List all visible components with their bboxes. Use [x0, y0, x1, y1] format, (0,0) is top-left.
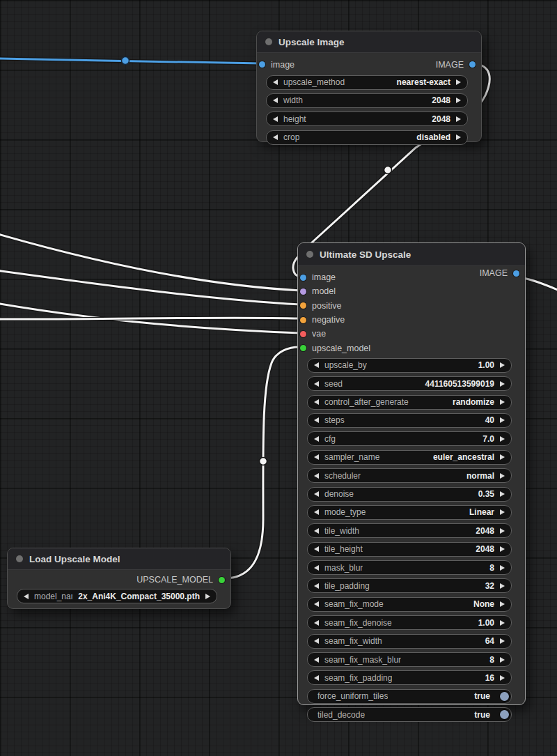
widget-steps[interactable]: steps 40	[307, 413, 512, 428]
widget-mask-blur[interactable]: mask_blur 8	[307, 560, 512, 575]
increment-arrow-icon[interactable]	[456, 116, 461, 122]
decrement-arrow-icon[interactable]	[314, 638, 319, 644]
increment-arrow-icon[interactable]	[500, 491, 505, 497]
widget-seam-fix-denoise[interactable]: seam_fix_denoise 1.00	[307, 615, 512, 630]
increment-arrow-icon[interactable]	[500, 675, 505, 681]
increment-arrow-icon[interactable]	[500, 583, 505, 589]
increment-arrow-icon[interactable]	[500, 601, 505, 607]
widget-tile-padding[interactable]: tile_padding 32	[307, 578, 512, 593]
decrement-arrow-icon[interactable]	[314, 362, 319, 368]
increment-arrow-icon[interactable]	[456, 98, 461, 103]
input-socket-upscale-model[interactable]	[300, 345, 306, 351]
node-title-bar[interactable]: Ultimate SD Upscale	[298, 243, 525, 266]
link-model[interactable]	[0, 233, 301, 291]
decrement-arrow-icon[interactable]	[314, 565, 319, 571]
increment-arrow-icon[interactable]	[500, 546, 505, 552]
decrement-arrow-icon[interactable]	[314, 491, 319, 497]
increment-arrow-icon[interactable]	[500, 454, 505, 460]
output-socket-image[interactable]	[469, 61, 476, 68]
input-socket-image[interactable]	[300, 275, 306, 281]
widget-upscale-method[interactable]: upscale_method nearest-exact	[266, 75, 468, 90]
increment-arrow-icon[interactable]	[500, 657, 505, 663]
widget-scheduler[interactable]: scheduler normal	[307, 468, 512, 483]
widget-tile-width[interactable]: tile_width 2048	[307, 523, 512, 538]
widget-seed[interactable]: seed 441160513599019	[307, 376, 512, 391]
increment-arrow-icon[interactable]	[500, 436, 505, 442]
input-socket-negative[interactable]	[300, 317, 306, 323]
widget-mode-type[interactable]: mode_type Linear	[307, 505, 512, 520]
output-socket-upscale-model[interactable]	[219, 577, 225, 583]
link-dot[interactable]	[260, 458, 267, 465]
decrement-arrow-icon[interactable]	[314, 620, 319, 626]
decrement-arrow-icon[interactable]	[314, 454, 319, 460]
node-ultimate-sd-upscale[interactable]: Ultimate SD Upscale IMAGE image model po…	[297, 242, 526, 705]
widget-model-name[interactable]: model_nam 2x_Ani4K_Compact_35000.pth	[17, 589, 217, 603]
widget-seam-fix-mask-blur[interactable]: seam_fix_mask_blur 8	[307, 652, 512, 667]
increment-arrow-icon[interactable]	[500, 565, 505, 571]
decrement-arrow-icon[interactable]	[314, 473, 319, 479]
increment-arrow-icon[interactable]	[500, 399, 505, 405]
input-socket-image[interactable]	[259, 61, 265, 68]
widget-value: disabled	[416, 132, 450, 142]
decrement-arrow-icon[interactable]	[273, 79, 278, 85]
toggle-dot-icon[interactable]	[500, 692, 509, 701]
node-title-bar[interactable]: Load Upscale Model	[8, 548, 230, 570]
increment-arrow-icon[interactable]	[205, 594, 210, 599]
decrement-arrow-icon[interactable]	[273, 98, 278, 103]
increment-arrow-icon[interactable]	[500, 620, 505, 626]
decrement-arrow-icon[interactable]	[314, 399, 319, 405]
widget-cfg[interactable]: cfg 7.0	[307, 431, 512, 446]
widget-crop[interactable]: crop disabled	[266, 130, 468, 145]
increment-arrow-icon[interactable]	[500, 638, 505, 644]
input-label: positive	[312, 301, 341, 311]
decrement-arrow-icon[interactable]	[314, 528, 319, 534]
decrement-arrow-icon[interactable]	[314, 601, 319, 607]
decrement-arrow-icon[interactable]	[273, 116, 278, 122]
increment-arrow-icon[interactable]	[500, 528, 505, 534]
widget-sampler-name[interactable]: sampler_name euler_ancestral	[307, 450, 512, 465]
decrement-arrow-icon[interactable]	[314, 583, 319, 589]
decrement-arrow-icon[interactable]	[314, 509, 319, 515]
link-dot[interactable]	[384, 167, 392, 174]
increment-arrow-icon[interactable]	[456, 79, 461, 85]
widget-force-uniform-tiles[interactable]: force_uniform_tiles true	[307, 689, 512, 704]
widget-seam-fix-width[interactable]: seam_fix_width 64	[307, 634, 512, 649]
input-socket-positive[interactable]	[300, 302, 306, 309]
node-load-upscale-model[interactable]: Load Upscale Model UPSCALE_MODEL model_n…	[7, 548, 231, 609]
decrement-arrow-icon[interactable]	[24, 594, 29, 599]
increment-arrow-icon[interactable]	[500, 417, 505, 423]
increment-arrow-icon[interactable]	[500, 509, 505, 515]
widget-tile-height[interactable]: tile_height 2048	[307, 542, 512, 557]
node-graph-canvas[interactable]: { "colors": { "background": "#222324", "…	[0, 0, 557, 756]
widget-width[interactable]: width 2048	[266, 93, 468, 108]
decrement-arrow-icon[interactable]	[314, 381, 319, 387]
toggle-dot-icon[interactable]	[500, 710, 509, 719]
increment-arrow-icon[interactable]	[500, 362, 505, 368]
decrement-arrow-icon[interactable]	[273, 134, 278, 140]
output-socket-image[interactable]	[513, 270, 519, 277]
widget-value: 0.35	[478, 489, 494, 499]
increment-arrow-icon[interactable]	[500, 381, 505, 387]
widget-control-after-generate[interactable]: control_after_generate randomize	[307, 395, 512, 410]
decrement-arrow-icon[interactable]	[314, 546, 319, 552]
widget-seam-fix-mode[interactable]: seam_fix_mode None	[307, 597, 512, 612]
increment-arrow-icon[interactable]	[500, 473, 505, 479]
node-upscale-image[interactable]: Upscale Image image IMAGE upscale_method…	[256, 31, 482, 142]
increment-arrow-icon[interactable]	[456, 134, 461, 140]
widget-tiled-decode[interactable]: tiled_decode true	[307, 707, 512, 722]
widget-upscale-by[interactable]: upscale_by 1.00	[307, 358, 512, 373]
widget-seam-fix-padding[interactable]: seam_fix_padding 16	[307, 670, 512, 685]
widget-denoise[interactable]: denoise 0.35	[307, 487, 512, 502]
decrement-arrow-icon[interactable]	[314, 675, 319, 681]
widget-height[interactable]: height 2048	[266, 111, 468, 126]
widget-label: upscale_by	[324, 360, 367, 370]
node-title-bar[interactable]: Upscale Image	[257, 31, 481, 53]
widget-label: mask_blur	[324, 563, 363, 573]
decrement-arrow-icon[interactable]	[314, 417, 319, 423]
widget-value: 40	[485, 415, 494, 425]
link-dot[interactable]	[122, 57, 130, 65]
input-socket-model[interactable]	[300, 288, 306, 295]
input-socket-vae[interactable]	[300, 331, 306, 337]
decrement-arrow-icon[interactable]	[314, 657, 319, 663]
decrement-arrow-icon[interactable]	[314, 436, 319, 442]
